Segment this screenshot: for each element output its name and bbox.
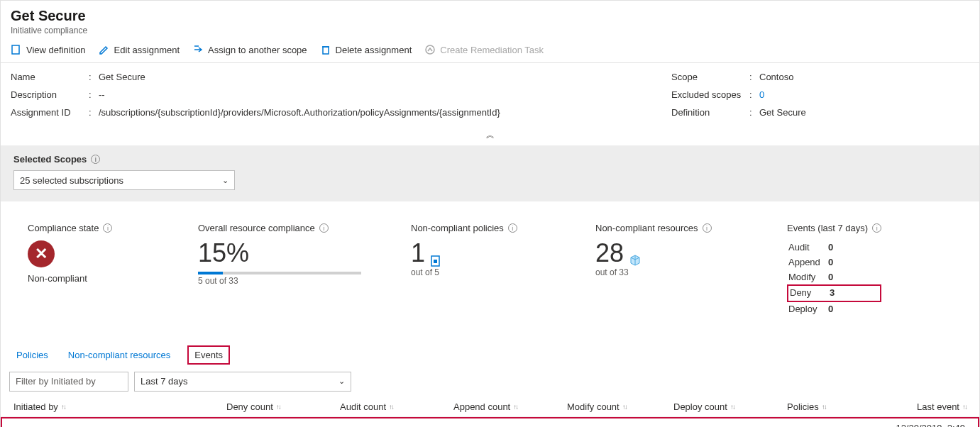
overall-compliance-sub: 5 out of 33	[198, 276, 375, 286]
chevron-down-icon: ⌄	[338, 377, 345, 386]
sort-icon: ↑↓	[513, 403, 517, 411]
page-subtitle: Initiative compliance	[11, 26, 969, 35]
view-definition-button[interactable]: View definition	[11, 44, 86, 55]
event-deploy-label: Deploy	[788, 302, 824, 317]
chevron-up-icon: ︽	[486, 130, 495, 140]
prop-excluded-label: Excluded scopes	[671, 89, 749, 100]
svg-rect-0	[12, 45, 19, 54]
th-deploy-count[interactable]: Deploy count↑↓	[673, 401, 787, 412]
assign-scope-label: Assign to another scope	[208, 45, 307, 55]
nc-policies-value: 1	[411, 240, 425, 266]
prop-description-label: Description	[11, 89, 89, 100]
edit-assignment-label: Edit assignment	[114, 45, 180, 55]
create-remediation-label: Create Remediation Task	[440, 45, 544, 55]
nc-resources-sub: out of 33	[595, 267, 751, 277]
compliance-state-value: Non-compliant	[28, 273, 163, 284]
nc-resources-value: 28	[595, 240, 624, 266]
view-definition-label: View definition	[26, 45, 86, 55]
pencil-icon	[99, 44, 110, 55]
remediation-icon	[424, 44, 436, 55]
page-title: Get Secure	[11, 8, 969, 24]
delete-assignment-button[interactable]: Delete assignment	[320, 44, 412, 55]
event-modify-value: 0	[828, 270, 833, 285]
event-deny-row[interactable]: Deny3	[787, 284, 881, 302]
compliance-state-title: Compliance state	[28, 223, 99, 233]
overall-compliance-percent: 15%	[198, 240, 375, 266]
th-modify-count[interactable]: Modify count↑↓	[567, 401, 673, 412]
sort-icon: ↑↓	[389, 403, 393, 411]
selected-scopes-label: Selected Scopes	[13, 154, 87, 165]
delete-assignment-label: Delete assignment	[336, 45, 412, 55]
th-append-count[interactable]: Append count↑↓	[453, 401, 567, 412]
event-audit-label: Audit	[788, 240, 824, 255]
policy-icon	[429, 246, 444, 260]
nc-resources-title: Non-compliant resources	[595, 223, 698, 233]
overall-compliance-title: Overall resource compliance	[198, 223, 315, 233]
th-last-event[interactable]: Last event↑↓	[893, 401, 967, 412]
sort-icon: ↑↓	[276, 403, 280, 411]
filter-initiated-by-input[interactable]: Filter by Initiated by	[9, 372, 128, 392]
prop-name-value: Get Secure	[99, 72, 145, 82]
info-icon[interactable]: i	[872, 223, 881, 233]
collapse-toggle[interactable]: ︽	[1, 128, 979, 145]
cell-last-event: 12/20/2019, 2:49 PM	[895, 423, 965, 427]
filter-date-range-value: Last 7 days	[141, 376, 188, 387]
th-initiated-by[interactable]: Initiated by↑↓	[13, 401, 226, 412]
info-icon[interactable]: i	[319, 223, 329, 233]
th-audit-count[interactable]: Audit count↑↓	[340, 401, 453, 412]
scopes-dropdown-value: 25 selected subscriptions	[20, 175, 123, 186]
table-row[interactable]: Trent Baker 3 0 0 0 0 1 12/20/2019, 2:49…	[1, 417, 979, 427]
prop-assignment-id-label: Assignment ID	[11, 107, 89, 118]
info-icon[interactable]: i	[703, 223, 712, 233]
page-header: Get Secure Initiative compliance	[1, 1, 979, 40]
info-icon[interactable]: i	[91, 155, 100, 164]
info-icon[interactable]: i	[103, 223, 112, 233]
properties-section: Name : Get Secure Description : -- Assig…	[1, 63, 979, 128]
view-definition-icon	[11, 44, 22, 55]
prop-assignment-id-value: /subscriptions/{subscriptionId}/provider…	[99, 107, 500, 118]
tab-events[interactable]: Events	[187, 345, 230, 365]
scopes-dropdown[interactable]: 25 selected subscriptions ⌄	[13, 170, 235, 190]
event-audit-value: 0	[828, 240, 833, 255]
tab-policies[interactable]: Policies	[13, 345, 51, 365]
cube-icon	[628, 246, 642, 260]
toolbar: View definition Edit assignment Assign t…	[1, 40, 979, 63]
event-deploy-value: 0	[828, 302, 833, 317]
stats-row: Compliance state i ✕ Non-compliant Overa…	[1, 201, 979, 331]
sort-icon: ↑↓	[822, 403, 826, 411]
prop-excluded-value[interactable]: 0	[759, 89, 764, 100]
edit-assignment-button[interactable]: Edit assignment	[99, 44, 180, 55]
create-remediation-button: Create Remediation Task	[424, 44, 544, 55]
event-deny-value: 3	[830, 286, 835, 301]
event-deny-label: Deny	[790, 286, 825, 301]
tabs-row: Policies Non-compliant resources Events	[1, 345, 979, 365]
svg-rect-1	[323, 47, 329, 54]
svg-rect-4	[434, 260, 437, 263]
nc-policies-sub: out of 5	[411, 267, 560, 277]
prop-scope-label: Scope	[671, 72, 749, 82]
events-title: Events (last 7 days)	[787, 223, 868, 233]
th-deny-count[interactable]: Deny count↑↓	[226, 401, 340, 412]
prop-definition-label: Definition	[671, 107, 749, 118]
filter-date-range-dropdown[interactable]: Last 7 days ⌄	[134, 372, 351, 392]
tab-nc-resources[interactable]: Non-compliant resources	[65, 345, 174, 365]
prop-scope-value: Contoso	[759, 72, 793, 82]
sort-icon: ↑↓	[622, 403, 627, 411]
info-icon[interactable]: i	[508, 223, 517, 233]
event-append-value: 0	[828, 255, 833, 270]
sort-icon: ↑↓	[730, 403, 734, 411]
nc-policies-title: Non-compliant policies	[411, 223, 504, 233]
th-policies[interactable]: Policies↑↓	[787, 401, 893, 412]
events-table: Initiated by↑↓ Deny count↑↓ Audit count↑…	[1, 397, 979, 427]
prop-description-value: --	[99, 89, 105, 100]
selected-scopes-section: Selected Scopes i 25 selected subscripti…	[1, 145, 979, 201]
event-append-label: Append	[788, 255, 824, 270]
noncompliant-badge-icon: ✕	[28, 240, 55, 267]
prop-definition-value: Get Secure	[759, 107, 806, 118]
chevron-down-icon: ⌄	[222, 176, 229, 185]
filter-initiated-by-placeholder: Filter by Initiated by	[16, 376, 96, 387]
assign-scope-icon	[192, 44, 204, 55]
assign-scope-button[interactable]: Assign to another scope	[192, 44, 307, 55]
svg-point-2	[426, 45, 434, 54]
trash-icon	[320, 44, 331, 55]
